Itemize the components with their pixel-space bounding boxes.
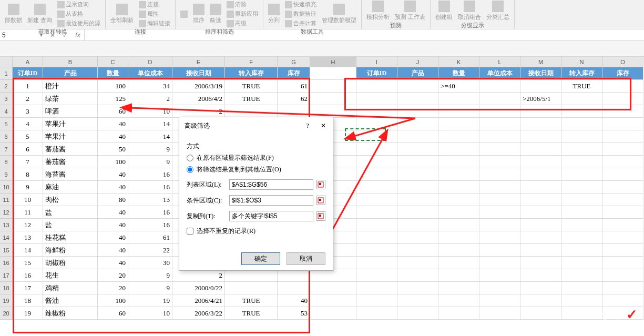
row-header[interactable]: 17 (0, 269, 13, 282)
cell[interactable] (356, 194, 397, 206)
cell[interactable] (479, 105, 520, 118)
cell[interactable]: 9 (128, 143, 172, 156)
cell[interactable] (561, 206, 602, 219)
cell[interactable]: 62 (278, 93, 310, 105)
cell[interactable]: 13 (128, 194, 172, 206)
cell[interactable] (602, 219, 643, 231)
cell[interactable]: TRUE (225, 294, 278, 307)
group-button[interactable]: 创建组 (434, 0, 454, 22)
cell[interactable] (561, 130, 602, 143)
cell[interactable] (602, 257, 643, 269)
cell[interactable] (479, 143, 520, 156)
formula-input[interactable] (85, 29, 644, 40)
row-header[interactable]: 13 (0, 219, 13, 231)
cell[interactable]: 17 (13, 282, 43, 294)
cell[interactable] (397, 80, 438, 93)
cell[interactable] (561, 181, 602, 194)
cell[interactable] (356, 282, 397, 294)
cell[interactable] (602, 156, 643, 168)
cell[interactable]: 14 (13, 244, 43, 257)
row-header[interactable]: 4 (0, 105, 13, 118)
range-picker-icon[interactable] (316, 180, 325, 189)
cell[interactable] (438, 143, 479, 156)
cell[interactable]: 橙汁 (43, 80, 98, 93)
cell[interactable] (561, 168, 602, 181)
column-header-N[interactable]: N (561, 57, 602, 67)
cell[interactable]: 100 (98, 156, 128, 168)
cell[interactable] (520, 105, 561, 118)
cell[interactable] (520, 130, 561, 143)
cell[interactable] (561, 244, 602, 257)
range-picker-icon[interactable] (316, 211, 325, 221)
cell[interactable] (602, 93, 643, 105)
cell[interactable] (520, 257, 561, 269)
cell[interactable]: 鸡精 (43, 282, 98, 294)
cell[interactable]: 单位成本 (128, 67, 172, 80)
cell[interactable]: 数量 (98, 67, 128, 80)
cell[interactable] (561, 194, 602, 206)
cell[interactable] (561, 118, 602, 130)
enter-icon[interactable]: ✓ (59, 32, 71, 39)
cell[interactable]: 30 (128, 257, 172, 269)
cell[interactable] (397, 130, 438, 143)
cell[interactable]: 2 (128, 93, 172, 105)
cell[interactable]: 20 (98, 282, 128, 294)
cell[interactable] (397, 231, 438, 244)
cell[interactable]: 1 (13, 80, 43, 93)
row-header[interactable]: 19 (0, 294, 13, 307)
row-header[interactable]: 12 (0, 206, 13, 219)
cell[interactable] (310, 93, 356, 105)
row-header[interactable]: 8 (0, 156, 13, 168)
cell[interactable] (561, 93, 602, 105)
cell[interactable] (438, 231, 479, 244)
cell[interactable] (602, 80, 643, 93)
cell[interactable] (438, 130, 479, 143)
cell[interactable]: 辣椒粉 (43, 307, 98, 320)
cell[interactable] (356, 307, 397, 320)
cell[interactable]: 16 (128, 181, 172, 194)
cell[interactable] (310, 80, 356, 93)
cell[interactable] (438, 181, 479, 194)
column-header-O[interactable]: O (602, 57, 643, 67)
cell[interactable] (520, 206, 561, 219)
name-box[interactable]: 5▼ (0, 29, 46, 40)
cell[interactable] (561, 257, 602, 269)
filter-button[interactable]: 筛选 (208, 3, 223, 25)
cell[interactable]: 2006/3/19 (172, 80, 225, 93)
row-header[interactable]: 9 (0, 168, 13, 181)
cancel-icon[interactable]: ✕ (46, 32, 59, 39)
cell[interactable]: 10 (13, 194, 43, 206)
cell[interactable] (438, 206, 479, 219)
cell[interactable] (479, 118, 520, 130)
cell[interactable] (520, 181, 561, 194)
cell[interactable]: 2 (172, 269, 225, 282)
cell[interactable]: 单位成本 (479, 67, 520, 80)
cell[interactable]: 库存 (278, 67, 310, 80)
column-header-E[interactable]: E (172, 57, 225, 67)
cell[interactable]: 80 (98, 194, 128, 206)
cell[interactable]: 数量 (438, 67, 479, 80)
cell[interactable]: 啤酒 (43, 105, 98, 118)
cell[interactable]: 40 (98, 130, 128, 143)
cell[interactable]: 16 (128, 206, 172, 219)
recent-sources-button[interactable]: 最近使用的源 (56, 19, 102, 28)
cell[interactable] (520, 156, 561, 168)
cell[interactable] (602, 206, 643, 219)
row-header[interactable]: 1 (0, 67, 13, 80)
cell[interactable] (520, 294, 561, 307)
get-data-button[interactable]: 部数据 (3, 3, 24, 25)
cell[interactable]: 10 (128, 307, 172, 320)
cell[interactable] (310, 307, 356, 320)
cell[interactable]: 桂花糕 (43, 231, 98, 244)
cell[interactable]: TRUE (561, 80, 602, 93)
row-header[interactable]: 16 (0, 257, 13, 269)
from-table-button[interactable]: 从表格 (56, 9, 102, 18)
cell[interactable] (479, 156, 520, 168)
cell[interactable]: 海鲜粉 (43, 244, 98, 257)
unique-records-checkbox[interactable]: 选择不重复的记录(R) (187, 227, 325, 236)
clear-button[interactable]: 清除 (225, 0, 260, 9)
cell[interactable]: TRUE (225, 93, 278, 105)
flash-fill-button[interactable]: 快速填充 (283, 0, 318, 9)
cell[interactable] (438, 219, 479, 231)
cell[interactable] (561, 156, 602, 168)
